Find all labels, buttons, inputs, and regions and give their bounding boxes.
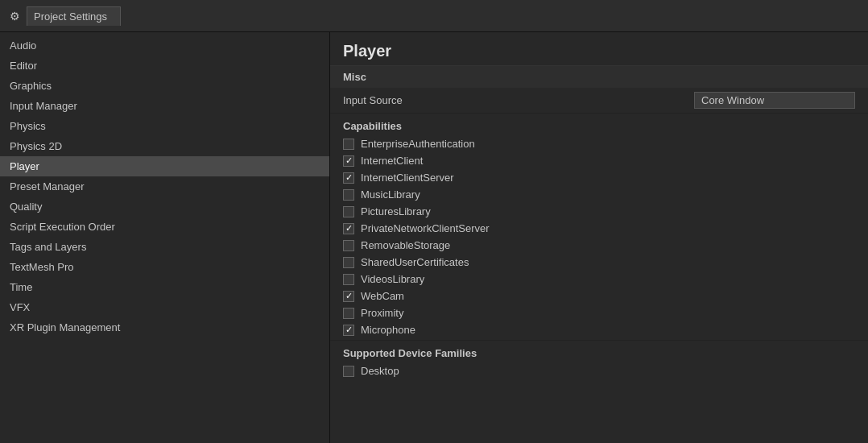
- capability-checkbox-proximity[interactable]: [343, 308, 354, 319]
- capability-label-internet-client-server: InternetClientServer: [361, 172, 454, 184]
- input-source-value[interactable]: Core Window: [694, 92, 855, 109]
- sidebar-item-editor[interactable]: Editor: [0, 56, 329, 76]
- capability-label-internet-client: InternetClient: [361, 155, 423, 167]
- capability-checkbox-internet-client-server[interactable]: ✓: [343, 172, 354, 184]
- capability-checkbox-private-network-client-server[interactable]: ✓: [343, 223, 354, 234]
- sidebar-item-textmesh-pro[interactable]: TextMesh Pro: [0, 257, 329, 277]
- sidebar-item-quality[interactable]: Quality: [0, 197, 329, 217]
- capability-checkbox-internet-client[interactable]: ✓: [343, 155, 354, 167]
- sidebar-item-xr-plugin-management[interactable]: XR Plugin Management: [0, 317, 329, 337]
- capability-checkbox-shared-user-certificates[interactable]: [343, 257, 354, 268]
- capability-checkbox-pictures-library[interactable]: [343, 206, 354, 217]
- capability-label-private-network-client-server: PrivateNetworkClientServer: [361, 222, 490, 234]
- sidebar-item-script-execution-order[interactable]: Script Execution Order: [0, 217, 329, 237]
- capability-checkbox-music-library[interactable]: [343, 189, 354, 201]
- sidebar-item-input-manager[interactable]: Input Manager: [0, 96, 329, 116]
- capability-label-webcam: WebCam: [361, 290, 404, 302]
- capability-row-music-library: MusicLibrary: [330, 186, 868, 203]
- capability-row-removable-storage: RemovableStorage: [330, 237, 868, 254]
- page-title: Player: [330, 32, 868, 66]
- sidebar: AudioEditorGraphicsInput ManagerPhysicsP…: [0, 32, 330, 443]
- sidebar-item-vfx[interactable]: VFX: [0, 297, 329, 317]
- devices-list: Desktop: [330, 362, 868, 379]
- device-row-desktop: Desktop: [330, 362, 868, 379]
- capability-checkbox-enterprise-auth[interactable]: [343, 139, 354, 150]
- capability-label-proximity: Proximity: [361, 307, 403, 319]
- capability-row-internet-client: ✓InternetClient: [330, 152, 868, 169]
- device-checkbox-desktop[interactable]: [343, 366, 354, 377]
- capability-row-enterprise-auth: EnterpriseAuthentication: [330, 135, 868, 152]
- sidebar-item-time[interactable]: Time: [0, 277, 329, 297]
- capability-row-proximity: Proximity: [330, 304, 868, 321]
- window-title: Project Settings: [27, 6, 121, 26]
- sidebar-item-player[interactable]: Player: [0, 156, 329, 176]
- sidebar-item-physics[interactable]: Physics: [0, 116, 329, 136]
- capabilities-list: EnterpriseAuthentication✓InternetClient✓…: [330, 135, 868, 338]
- sidebar-item-graphics[interactable]: Graphics: [0, 76, 329, 96]
- supported-devices-header: Supported Device Families: [330, 340, 868, 362]
- content-area: Player Misc Input Source Core Window Cap…: [330, 32, 868, 443]
- misc-section-label: Misc: [330, 66, 868, 88]
- main-layout: AudioEditorGraphicsInput ManagerPhysicsP…: [0, 32, 868, 443]
- capability-label-enterprise-auth: EnterpriseAuthentication: [361, 138, 475, 150]
- capability-label-pictures-library: PicturesLibrary: [361, 205, 431, 217]
- capability-row-shared-user-certificates: SharedUserCertificates: [330, 254, 868, 271]
- capability-row-videos-library: VideosLibrary: [330, 271, 868, 288]
- capability-checkbox-webcam[interactable]: ✓: [343, 291, 354, 302]
- capability-label-removable-storage: RemovableStorage: [361, 239, 450, 251]
- sidebar-item-physics-2d[interactable]: Physics 2D: [0, 136, 329, 156]
- capability-label-videos-library: VideosLibrary: [361, 273, 424, 285]
- capability-checkbox-removable-storage[interactable]: [343, 240, 354, 251]
- capability-label-shared-user-certificates: SharedUserCertificates: [361, 256, 469, 268]
- capability-label-microphone: Microphone: [361, 324, 415, 336]
- capability-label-music-library: MusicLibrary: [361, 188, 420, 201]
- gear-icon: ⚙: [10, 10, 20, 23]
- device-label-desktop: Desktop: [361, 365, 399, 377]
- sidebar-item-tags-and-layers[interactable]: Tags and Layers: [0, 237, 329, 257]
- capability-checkbox-microphone[interactable]: ✓: [343, 325, 354, 336]
- title-bar: ⚙ Project Settings: [0, 0, 868, 32]
- capability-row-internet-client-server: ✓InternetClientServer: [330, 169, 868, 186]
- sidebar-item-preset-manager[interactable]: Preset Manager: [0, 176, 329, 197]
- capability-row-pictures-library: PicturesLibrary: [330, 203, 868, 220]
- sidebar-item-audio[interactable]: Audio: [0, 35, 329, 56]
- input-source-label: Input Source: [343, 94, 694, 106]
- capability-checkbox-videos-library[interactable]: [343, 274, 354, 285]
- capability-row-microphone: ✓Microphone: [330, 321, 868, 338]
- capability-row-webcam: ✓WebCam: [330, 288, 868, 304]
- capabilities-header: Capabilities: [330, 114, 868, 135]
- input-source-row: Input Source Core Window: [330, 88, 868, 114]
- capability-row-private-network-client-server: ✓PrivateNetworkClientServer: [330, 220, 868, 237]
